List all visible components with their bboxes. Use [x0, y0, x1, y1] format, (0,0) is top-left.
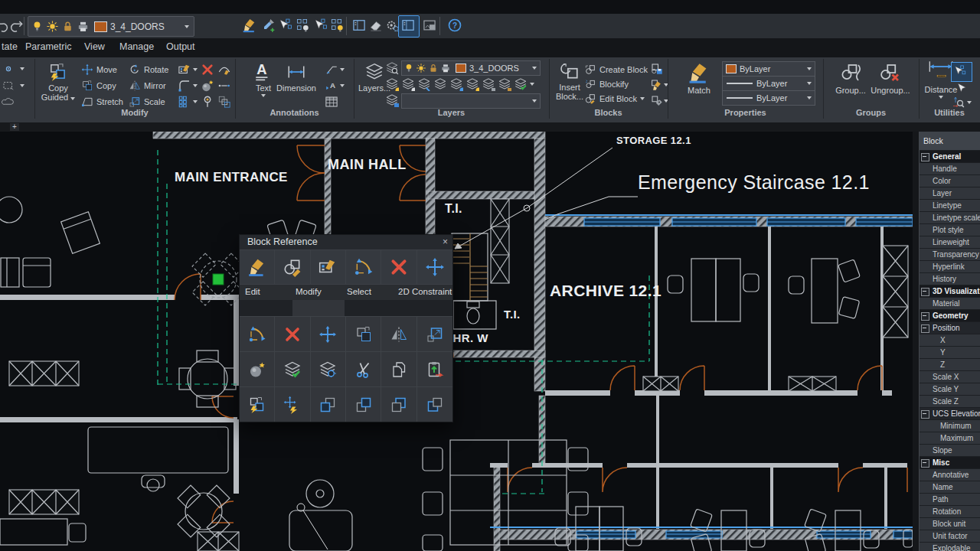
- property-row-scale-y[interactable]: Scale Y: [920, 383, 980, 396]
- popup-match-properties-button[interactable]: [240, 249, 275, 284]
- collapse-icon[interactable]: [921, 153, 929, 161]
- rotate-button[interactable]: Rotate: [129, 63, 168, 76]
- mirror-button[interactable]: Mirror: [129, 79, 166, 92]
- undo-icon[interactable]: [0, 18, 9, 33]
- copy-nested-icon[interactable]: [217, 95, 231, 109]
- layer-plot-icon[interactable]: [77, 20, 90, 33]
- property-row-block-unit[interactable]: Block unit: [920, 518, 980, 530]
- popup-move-to-layer-button[interactable]: [311, 351, 346, 386]
- select-objects-icon[interactable]: [313, 18, 328, 33]
- popup-2d-constraint-button[interactable]: [346, 249, 381, 284]
- popup-edit-block-button[interactable]: [275, 249, 310, 284]
- property-row-lineweight[interactable]: Lineweight: [920, 236, 980, 249]
- collapse-icon[interactable]: [921, 459, 929, 468]
- chevron-down-icon[interactable]: [193, 84, 198, 87]
- popup-copy-button[interactable]: [346, 316, 381, 351]
- insert-block-button[interactable]: Insert Block...: [551, 61, 588, 101]
- popup-mirror-button[interactable]: [381, 316, 416, 351]
- property-row-annotative[interactable]: Annotative: [920, 469, 980, 481]
- explode-icon[interactable]: [201, 79, 214, 93]
- collapse-icon[interactable]: [921, 324, 929, 333]
- leader-icon[interactable]: [325, 63, 338, 77]
- fillet-icon[interactable]: [178, 79, 191, 93]
- layer-freeze-all-icon[interactable]: [417, 77, 431, 91]
- popup-move-button[interactable]: [417, 249, 452, 284]
- property-row-layer[interactable]: Layer: [920, 187, 980, 200]
- property-row-x[interactable]: X: [920, 334, 980, 347]
- new-drawing-tab-button[interactable]: +: [10, 123, 19, 131]
- chevron-down-icon[interactable]: [185, 25, 189, 28]
- property-row-geometry[interactable]: Geometry: [920, 310, 980, 322]
- popup-bring-above-button[interactable]: [381, 386, 416, 422]
- edit-polyline-icon[interactable]: [178, 63, 191, 77]
- unisolate-objects-icon[interactable]: [330, 18, 345, 33]
- text-style-icon[interactable]: [325, 79, 338, 93]
- edit-block-button[interactable]: Edit Block: [584, 92, 645, 105]
- popup-move2-button[interactable]: [311, 316, 346, 351]
- tab-view[interactable]: View: [84, 41, 105, 52]
- property-row-linetype[interactable]: Linetype: [920, 200, 980, 212]
- property-row-maximum[interactable]: Maximum: [920, 432, 980, 445]
- popup-quick-copy-button[interactable]: [240, 386, 275, 422]
- property-row-minimum[interactable]: Minimum: [920, 420, 980, 432]
- clean-screen-icon[interactable]: [368, 18, 384, 33]
- save-block-icon[interactable]: [650, 62, 664, 76]
- popup-scale-button[interactable]: [417, 316, 452, 351]
- property-row-name[interactable]: Name: [920, 481, 980, 494]
- linetype-dropdown[interactable]: ByLayer: [722, 76, 815, 91]
- property-row-path[interactable]: Path: [920, 494, 980, 506]
- popup-bring-to-front-button[interactable]: [311, 386, 346, 422]
- selection-window-icon[interactable]: [2, 79, 15, 93]
- isolate-objects-icon[interactable]: [296, 18, 311, 33]
- layer-color-swatch[interactable]: [94, 21, 107, 32]
- settings-gear-icon[interactable]: [384, 18, 400, 33]
- property-row-misc[interactable]: Misc: [920, 457, 980, 469]
- popup-explode-button[interactable]: [240, 351, 275, 386]
- popup-copy-clipboard-button[interactable]: [381, 351, 416, 386]
- chevron-down-icon[interactable]: [20, 67, 24, 70]
- redo-icon[interactable]: [9, 18, 24, 33]
- property-row-plot-style[interactable]: Plot style: [920, 224, 980, 236]
- block-attribute-icon[interactable]: [650, 94, 664, 108]
- select-cursor-icon[interactable]: [954, 82, 968, 96]
- grip-point[interactable]: [213, 274, 224, 285]
- property-row-general[interactable]: General: [920, 151, 980, 163]
- quick-select-button-active[interactable]: [951, 62, 972, 82]
- block-brush-icon[interactable]: [650, 78, 664, 92]
- popup-edit-attributes-button[interactable]: [311, 249, 346, 284]
- pin-icon[interactable]: [201, 95, 214, 109]
- tab-parametric[interactable]: Parametric: [25, 41, 71, 52]
- palette-object-type[interactable]: Block Reference: [920, 132, 980, 151]
- popup-send-to-back-button[interactable]: [346, 386, 381, 422]
- tab-manage[interactable]: Manage: [119, 41, 154, 52]
- property-row-rotation[interactable]: Rotation: [920, 506, 980, 518]
- layer-lock-tool-icon[interactable]: [482, 77, 495, 91]
- panels-icon[interactable]: [351, 18, 367, 33]
- properties-panel-toggle-active[interactable]: [398, 15, 420, 37]
- collapse-icon[interactable]: [921, 288, 929, 296]
- popup-send-under-button[interactable]: [417, 386, 452, 422]
- scale-button[interactable]: Scale: [129, 95, 165, 108]
- property-row-explodable[interactable]: Explodable: [920, 543, 980, 551]
- help-icon[interactable]: [447, 18, 462, 33]
- property-row-scale-x[interactable]: Scale X: [920, 371, 980, 383]
- color-dropdown[interactable]: ByLayer: [722, 61, 815, 77]
- layer-unlock-tool-icon[interactable]: [498, 77, 511, 91]
- property-row-scale-z[interactable]: Scale Z: [920, 396, 980, 408]
- eyedropper-icon[interactable]: [260, 18, 276, 33]
- tab-annotate-partial[interactable]: tate: [2, 41, 18, 52]
- layer-search-icon[interactable]: [385, 61, 399, 75]
- popup-title[interactable]: Block Reference ×: [240, 235, 452, 249]
- ungroup-button[interactable]: Ungroup...: [867, 61, 913, 95]
- popup-erase2-button[interactable]: [275, 316, 310, 351]
- canvas-scrollbar[interactable]: [913, 132, 919, 551]
- layer-freeze-icon[interactable]: [46, 20, 59, 33]
- close-icon[interactable]: ×: [443, 235, 448, 249]
- center-point-icon[interactable]: [2, 62, 15, 76]
- property-row-linetype-scale[interactable]: Linetype scale: [920, 212, 980, 224]
- layer-quick-field[interactable]: 3_4_DOORS: [28, 16, 194, 37]
- layer-on-icon[interactable]: [31, 20, 44, 33]
- chevron-down-icon[interactable]: [193, 100, 198, 103]
- drawing-canvas[interactable]: MAIN ENTRANCEMAIN HALLT.I.STORAGE 12.1Em…: [0, 132, 913, 551]
- lineweight-dropdown[interactable]: ByLayer: [722, 90, 815, 106]
